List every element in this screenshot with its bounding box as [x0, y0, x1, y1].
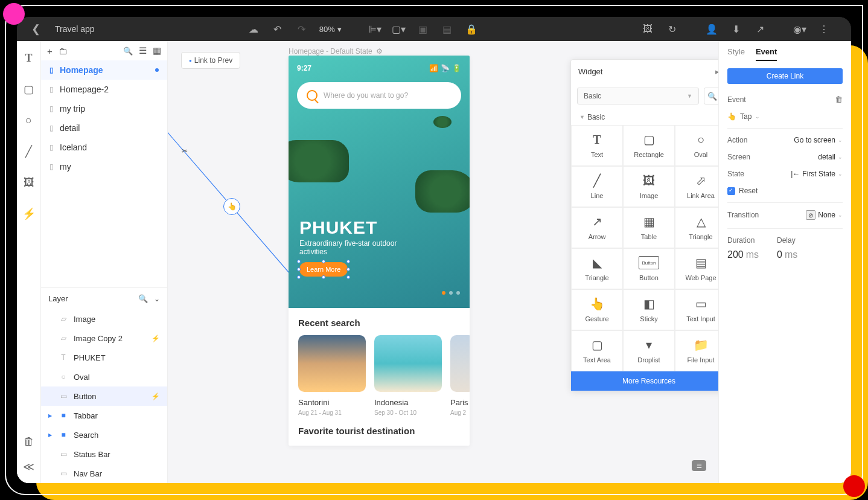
layer-nav-bar[interactable]: ▭Nav Bar [41, 464, 167, 483]
widget-triangle[interactable]: △Triangle [675, 207, 718, 248]
oval-tool-icon[interactable]: ○ [25, 114, 32, 127]
image-icon[interactable]: 🖼 [641, 22, 654, 36]
state-dropdown[interactable]: |←First State ⌄ [791, 170, 843, 178]
layer-oval[interactable]: ○Oval [41, 367, 167, 386]
page-item-my-trip[interactable]: ▯my trip [41, 99, 167, 118]
preview-icon[interactable]: ◉▾ [793, 22, 806, 36]
recent-card-paris[interactable]: Paris Aug 2 [450, 335, 470, 416]
collapse-layers-icon[interactable]: ⌄ [154, 295, 160, 303]
link-to-prev-button[interactable]: ● Link to Prev [181, 52, 240, 69]
more-resources-button[interactable]: More Resources [571, 371, 718, 391]
lock-icon[interactable]: 🔒 [465, 22, 478, 36]
list-view-icon[interactable]: ☰ [139, 45, 147, 56]
widget-droplist[interactable]: ▾Droplist [623, 330, 675, 371]
layer-image-copy-2[interactable]: ▱Image Copy 2⚡ [41, 329, 167, 348]
recent-card-santorini[interactable]: Santorini Aug 21 - Aug 31 [298, 335, 366, 416]
widget-file-input[interactable]: 📁File Input [675, 330, 718, 371]
widget-oval[interactable]: ○Oval [675, 125, 718, 166]
undo-icon[interactable]: ↶ [271, 22, 284, 36]
screen-dropdown[interactable]: detail ⌄ [818, 153, 843, 161]
layer-label: Oval [74, 373, 90, 382]
layer-status-bar[interactable]: ▭Status Bar [41, 444, 167, 464]
delete-event-icon[interactable]: 🗑 [835, 95, 843, 104]
page-icon: ▯ [49, 162, 54, 171]
canvas-area[interactable]: ● Link to Prev Homepage - Default State … [168, 41, 718, 483]
user-icon[interactable]: 👤 [705, 22, 718, 36]
widget-sticky[interactable]: ◧Sticky [623, 289, 675, 330]
action-dropdown[interactable]: Go to screen ⌄ [794, 136, 843, 144]
link-gesture-anchor[interactable]: 👆 [223, 198, 240, 215]
folder-icon[interactable]: 🗀 [59, 46, 68, 56]
layer-tabbar[interactable]: ▶■Tabbar [41, 406, 167, 425]
widget-table[interactable]: ▦Table [623, 207, 675, 248]
layer-image[interactable]: ▱Image [41, 309, 167, 329]
widget-link-area[interactable]: ⬀Link Area [675, 166, 718, 207]
page-item-homepage[interactable]: ▯ Homepage [41, 60, 167, 80]
ungroup-icon[interactable]: ▤ [441, 22, 454, 36]
widget-gesture[interactable]: 👆Gesture [571, 289, 623, 330]
page-item-detail[interactable]: ▯detail [41, 118, 167, 138]
widget-search-button[interactable]: 🔍 [704, 88, 718, 104]
layer-phuket[interactable]: TPHUKET [41, 348, 167, 367]
widget-arrow[interactable]: ↗Arrow [571, 207, 623, 248]
download-icon[interactable]: ⬇ [729, 22, 742, 36]
widget-text-area[interactable]: ▢Text Area [571, 330, 623, 371]
widget-section-header[interactable]: ▼ Basic [571, 109, 718, 125]
page-item-homepage-2[interactable]: ▯Homepage-2 [41, 80, 167, 99]
redo-icon[interactable]: ↷ [295, 22, 308, 36]
search-pages-icon[interactable]: 🔍 [123, 46, 133, 56]
collapse-widget-icon[interactable]: ▸ [715, 67, 718, 76]
back-button[interactable]: ❮ [27, 20, 45, 38]
duration-value[interactable]: 200ms [727, 249, 759, 260]
oval-layer-icon: ○ [59, 373, 68, 381]
widget-category-dropdown[interactable]: Basic▼ [577, 88, 699, 104]
group-icon[interactable]: ▣ [416, 22, 430, 36]
gear-icon[interactable]: ⚙ [376, 47, 383, 56]
search-layers-icon[interactable]: 🔍 [138, 294, 148, 303]
trigger-dropdown[interactable]: 👆 Tap ⌄ [727, 112, 843, 121]
cloud-sync-icon[interactable]: ☁ [247, 22, 260, 36]
widget-button[interactable]: ButtonButton [623, 248, 675, 289]
notes-icon[interactable]: ☰ [692, 460, 706, 471]
tab-style[interactable]: Style [727, 47, 745, 61]
layer-button[interactable]: ▭Button⚡ [41, 386, 167, 406]
widget-web-page[interactable]: ▤Web Page [675, 248, 718, 289]
caret-down-icon: ▼ [579, 114, 585, 120]
delay-value[interactable]: 0ms [777, 249, 797, 260]
widget-text[interactable]: TText [571, 125, 623, 166]
line-tool-icon[interactable]: ╱ [25, 145, 32, 158]
rectangle-tool-icon[interactable]: ▢ [24, 83, 34, 96]
transition-dropdown[interactable]: ⊘None ⌄ [806, 210, 843, 220]
page-item-iceland[interactable]: ▯Iceland [41, 138, 167, 157]
collapse-icon[interactable]: ≪ [23, 460, 34, 473]
link-cut-anchor[interactable]: ✂ [176, 143, 193, 159]
distribute-icon[interactable]: ▢▾ [392, 22, 406, 36]
text-tool-icon[interactable]: T [25, 52, 32, 65]
none-icon: ⊘ [806, 210, 815, 220]
learn-more-button[interactable]: Learn More [299, 262, 348, 277]
widget-image[interactable]: 🖼Image [623, 166, 675, 207]
search-field[interactable]: Where do you want to go? [297, 82, 461, 109]
widget-line[interactable]: ╱Line [571, 166, 623, 207]
add-page-icon[interactable]: + [47, 46, 53, 56]
checkbox-checked-icon [727, 187, 735, 195]
grid-view-icon[interactable]: ▦ [153, 45, 161, 56]
recent-card-indonesia[interactable]: Indonesia Sep 30 - Oct 10 [374, 335, 442, 416]
widget-rectangle[interactable]: ▢Rectangle [623, 125, 675, 166]
more-icon[interactable]: ⋮ [817, 22, 831, 36]
image-tool-icon[interactable]: 🖼 [24, 176, 34, 189]
interaction-tool-icon[interactable]: ⚡ [22, 207, 36, 220]
widget-triangle-2[interactable]: ◣Triangle [571, 248, 623, 289]
create-link-button[interactable]: Create Link [727, 68, 843, 84]
tab-event[interactable]: Event [756, 47, 777, 61]
share-icon[interactable]: ↗ [753, 22, 767, 36]
align-icon[interactable]: ⊫▾ [368, 22, 381, 36]
widget-text-input[interactable]: ▭Text Input [675, 289, 718, 330]
zoom-dropdown[interactable]: 80% ▾ [319, 22, 342, 36]
reset-checkbox[interactable]: Reset [727, 187, 843, 195]
hero-section: 9:27 📶 📡 🔋 Where do you want to go? PHUK… [289, 56, 470, 308]
layer-search[interactable]: ▶■Search [41, 425, 167, 444]
trash-icon[interactable]: 🗑 [24, 435, 34, 448]
history-icon[interactable]: ↻ [665, 22, 678, 36]
page-item-my[interactable]: ▯my [41, 157, 167, 176]
